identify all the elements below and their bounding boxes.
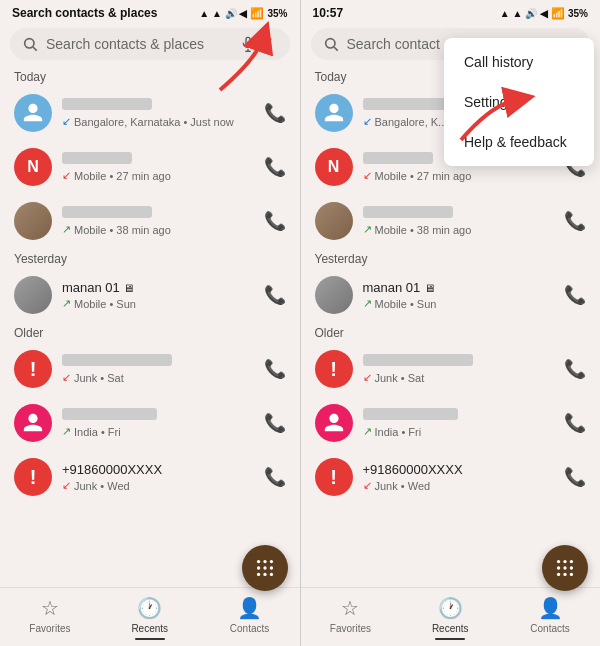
status-bar-left: Search contacts & places ▲ ▲ 🔊 ◀ 📶 35% (0, 0, 300, 24)
avatar-r1 (315, 94, 353, 132)
svg-point-21 (563, 560, 566, 563)
call-info-r7: +91860000XXXX ↙ Junk • Wed (363, 462, 555, 492)
svg-point-28 (570, 573, 573, 576)
call-info-3: ↗ Mobile • 38 min ago (62, 206, 254, 236)
arrow-5: ↙ (62, 371, 71, 384)
call-detail-2: ↙ Mobile • 27 min ago (62, 169, 254, 182)
call-item-r5[interactable]: ! ↙ Junk • Sat 📞 (301, 342, 601, 396)
phone-btn-3[interactable]: 📞 (264, 210, 286, 232)
call-item-7[interactable]: ! +91860000XXXX ↙ Junk • Wed 📞 (0, 450, 300, 504)
call-info-2: ↙ Mobile • 27 min ago (62, 152, 254, 182)
dropdown-call-history[interactable]: Call history (444, 42, 594, 82)
svg-point-22 (570, 560, 573, 563)
phone-btn-2[interactable]: 📞 (264, 156, 286, 178)
nav-recents-left[interactable]: 🕐 Recents (100, 588, 200, 646)
section-yesterday-left: Yesterday (0, 248, 300, 268)
name-4: manan 01 🖥 (62, 280, 254, 295)
dropdown-help[interactable]: Help & feedback (444, 122, 594, 162)
call-item-r3[interactable]: ↗ Mobile • 38 min ago 📞 (301, 194, 601, 248)
call-item-2[interactable]: N ↙ Mobile • 27 min ago 📞 (0, 140, 300, 194)
call-item-r4[interactable]: manan 01 🖥 ↗ Mobile • Sun 📞 (301, 268, 601, 322)
arrow-4: ↗ (62, 297, 71, 310)
status-bar-right: 10:57 ▲ ▲ 🔊 ◀ 📶 35% (301, 0, 601, 24)
recents-label-left: Recents (131, 623, 168, 634)
wifi-icon: 📶 (250, 7, 264, 20)
signal-icons-right: ▲ ▲ 🔊 ◀ (500, 8, 548, 19)
svg-point-27 (563, 573, 566, 576)
svg-point-8 (256, 560, 259, 563)
svg-point-9 (263, 560, 266, 563)
call-item-3[interactable]: ↗ Mobile • 38 min ago 📞 (0, 194, 300, 248)
svg-line-19 (334, 47, 338, 51)
nav-favorites-left[interactable]: ☆ Favorites (0, 588, 100, 646)
svg-point-11 (256, 566, 259, 569)
search-icon-left (22, 36, 38, 52)
call-info-5: ↙ Junk • Sat (62, 354, 254, 384)
phone-btn-7[interactable]: 📞 (264, 466, 286, 488)
call-item-6[interactable]: ↗ India • Fri 📞 (0, 396, 300, 450)
svg-point-6 (268, 43, 271, 46)
contacts-label-left: Contacts (230, 623, 269, 634)
blurred-name-r2 (363, 152, 433, 164)
avatar-3 (14, 202, 52, 240)
avatar-r4 (315, 276, 353, 314)
call-info-r6: ↗ India • Fri (363, 408, 555, 438)
phone-btn-4[interactable]: 📞 (264, 284, 286, 306)
call-info-4: manan 01 🖥 ↗ Mobile • Sun (62, 280, 254, 310)
blurred-name-3 (62, 206, 152, 218)
call-detail-7: ↙ Junk • Wed (62, 479, 254, 492)
phone-btn-6[interactable]: 📞 (264, 412, 286, 434)
call-item-4[interactable]: manan 01 🖥 ↗ Mobile • Sun 📞 (0, 268, 300, 322)
fab-button-right[interactable] (542, 545, 588, 591)
arrow-r3: ↗ (363, 223, 372, 236)
detail-text-7: Junk • Wed (74, 480, 130, 492)
bottom-nav-right: ☆ Favorites 🕐 Recents 👤 Contacts (301, 587, 601, 646)
recents-icon-right: 🕐 (438, 596, 463, 620)
arrow-r4: ↗ (363, 297, 372, 310)
nav-contacts-right[interactable]: 👤 Contacts (500, 588, 600, 646)
search-text-left: Search contacts & places (46, 36, 232, 52)
mic-icon-left[interactable] (240, 36, 256, 52)
call-item-5[interactable]: ! ↙ Junk • Sat 📞 (0, 342, 300, 396)
time-left: Search contacts & places (12, 6, 157, 20)
call-detail-1: ↙ Bangalore, Karnataka • Just now (62, 115, 254, 128)
arrow-3: ↗ (62, 223, 71, 236)
dropdown-settings[interactable]: Settings (444, 82, 594, 122)
fab-button[interactable] (242, 545, 288, 591)
phone-btn-r7[interactable]: 📞 (564, 466, 586, 488)
name-r7: +91860000XXXX (363, 462, 555, 477)
favorites-icon-right: ☆ (341, 596, 359, 620)
phone-btn-r5[interactable]: 📞 (564, 358, 586, 380)
search-bar-left[interactable]: Search contacts & places (10, 28, 290, 60)
arrow-6: ↗ (62, 425, 71, 438)
nav-recents-right[interactable]: 🕐 Recents (400, 588, 500, 646)
detail-text-3: Mobile • 38 min ago (74, 224, 171, 236)
avatar-r2: N (315, 148, 353, 186)
nav-contacts-left[interactable]: 👤 Contacts (200, 588, 300, 646)
avatar-1 (14, 94, 52, 132)
call-item-1[interactable]: ↙ Bangalore, Karnataka • Just now 📞 (0, 86, 300, 140)
phone-btn-5[interactable]: 📞 (264, 358, 286, 380)
detail-text-4: Mobile • Sun (74, 298, 136, 310)
phone-btn-r3[interactable]: 📞 (564, 210, 586, 232)
more-icon-left[interactable] (262, 36, 278, 52)
avatar-r5: ! (315, 350, 353, 388)
detail-text-r7: Junk • Wed (375, 480, 431, 492)
call-info-1: ↙ Bangalore, Karnataka • Just now (62, 98, 254, 128)
blurred-name-6 (62, 408, 157, 420)
phone-btn-r4[interactable]: 📞 (564, 284, 586, 306)
call-info-6: ↗ India • Fri (62, 408, 254, 438)
recents-indicator-right (435, 638, 465, 640)
call-info-r5: ↙ Junk • Sat (363, 354, 555, 384)
avatar-4 (14, 276, 52, 314)
detail-text-r5: Junk • Sat (375, 372, 425, 384)
recents-label-right: Recents (432, 623, 469, 634)
call-item-r6[interactable]: ↗ India • Fri 📞 (301, 396, 601, 450)
phone-btn-r6[interactable]: 📞 (564, 412, 586, 434)
favorites-icon-left: ☆ (41, 596, 59, 620)
blurred-name-2 (62, 152, 132, 164)
avatar-r7: ! (315, 458, 353, 496)
call-item-r7[interactable]: ! +91860000XXXX ↙ Junk • Wed 📞 (301, 450, 601, 504)
nav-favorites-right[interactable]: ☆ Favorites (301, 588, 401, 646)
phone-btn-1[interactable]: 📞 (264, 102, 286, 124)
